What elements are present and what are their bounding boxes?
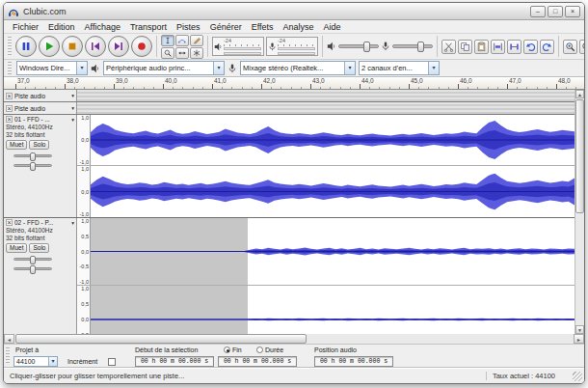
gain-slider[interactable]: [13, 258, 52, 261]
snap-to-checkbox[interactable]: [108, 358, 116, 366]
menu-pistes[interactable]: Pistes: [172, 22, 205, 32]
horizontal-scrollbar[interactable]: ◄ ►: [4, 334, 584, 345]
stop-button[interactable]: [62, 36, 83, 57]
input-meter[interactable]: -24: [266, 37, 318, 56]
chevron-down-icon[interactable]: ▾: [213, 62, 224, 74]
chevron-down-icon[interactable]: ▾: [428, 62, 439, 74]
track-menu-icon[interactable]: ▾: [71, 93, 74, 98]
track-title[interactable]: 01 - FFD - ...: [14, 116, 69, 123]
zoom-out-icon[interactable]: [579, 40, 584, 54]
pause-button[interactable]: [15, 36, 37, 57]
menu-edition[interactable]: Edition: [43, 22, 80, 32]
menu-fichier[interactable]: Fichier: [8, 22, 43, 32]
minimize-button[interactable]: –: [530, 6, 546, 17]
undo-icon[interactable]: [523, 40, 538, 54]
menu-effets[interactable]: Effets: [247, 22, 279, 32]
audio-host-select[interactable]: Windows Dire...▾: [16, 61, 88, 75]
waveform-right-channel[interactable]: [91, 166, 575, 217]
pan-slider[interactable]: [13, 267, 52, 270]
toolbar-grip[interactable]: [8, 62, 12, 74]
scroll-right-icon[interactable]: ►: [574, 334, 584, 344]
mute-button[interactable]: Muet: [6, 140, 27, 150]
mute-button[interactable]: Muet: [6, 243, 27, 253]
scroll-down-icon[interactable]: ▼: [575, 325, 584, 334]
output-device-select[interactable]: Périphérique audio princ...▾: [103, 61, 225, 75]
skip-to-end-button[interactable]: [108, 36, 129, 57]
solo-button[interactable]: Solo: [29, 140, 49, 150]
audio-position-field[interactable]: 00 h 00 m 00.000 s: [314, 356, 393, 367]
chevron-down-icon[interactable]: ▾: [76, 62, 87, 74]
selection-end-radio[interactable]: Fin: [224, 346, 242, 353]
selection-end-field[interactable]: 00 h 00 m 00.000 s: [218, 356, 297, 367]
project-rate-select[interactable]: 44100▾: [13, 356, 58, 367]
waveform-left-channel[interactable]: [91, 115, 575, 165]
redo-icon[interactable]: [540, 40, 554, 54]
menu-generer[interactable]: Générer: [205, 22, 247, 32]
vertical-scrollbar[interactable]: ▲ ▼: [575, 90, 584, 334]
solo-button[interactable]: Solo: [29, 243, 49, 253]
input-device-select[interactable]: Mixage stéréo (Realtek...▾: [240, 61, 356, 75]
zoom-tool-icon[interactable]: [161, 47, 174, 59]
close-button[interactable]: ×: [565, 6, 580, 17]
toolbar-grip[interactable]: [8, 37, 12, 56]
waveform-left-channel[interactable]: [91, 218, 575, 285]
skip-to-start-button[interactable]: [85, 36, 106, 57]
vertical-scroll-thumb[interactable]: [575, 99, 584, 213]
zoom-in-icon[interactable]: [563, 40, 577, 54]
menu-analyse[interactable]: Analyse: [279, 22, 319, 32]
collapsed-track-strip[interactable]: [77, 102, 575, 114]
vertical-scale-ruler[interactable]: 1,00,50,0-0,5-1,0: [77, 286, 91, 334]
track-menu-icon[interactable]: ▾: [71, 105, 74, 111]
trim-audio-icon[interactable]: [491, 40, 505, 54]
menu-transport[interactable]: Transport: [125, 22, 172, 32]
waveform-right-channel[interactable]: [91, 286, 575, 334]
vertical-scale-ruler[interactable]: 1,00,50,0-0,5-1,0: [77, 218, 91, 285]
multi-tool-icon[interactable]: [190, 47, 203, 59]
track-control-panel[interactable]: × Piste audio ▾: [4, 90, 77, 101]
paste-icon[interactable]: [474, 40, 489, 54]
collapsed-track-strip[interactable]: [77, 90, 575, 101]
menu-affichage[interactable]: Affichage: [80, 22, 125, 32]
time-shift-tool-icon[interactable]: [175, 47, 189, 59]
chevron-down-icon[interactable]: ▾: [48, 357, 57, 366]
scroll-up-icon[interactable]: ▲: [575, 90, 584, 98]
copy-icon[interactable]: [458, 40, 472, 54]
selection-length-radio[interactable]: Durée: [256, 346, 283, 353]
track-close-icon[interactable]: ×: [6, 93, 13, 99]
resize-grip[interactable]: [573, 372, 582, 381]
track-menu-icon[interactable]: ▾: [71, 117, 74, 123]
track-title[interactable]: Piste audio: [14, 93, 69, 99]
track-close-icon[interactable]: ×: [6, 105, 13, 112]
input-volume-slider[interactable]: [392, 44, 433, 48]
scroll-left-icon[interactable]: ◄: [4, 334, 14, 344]
track-title[interactable]: Piste audio: [14, 105, 69, 112]
selection-start-field[interactable]: 00 h 00 m 00.000 s: [135, 356, 214, 367]
track-close-icon[interactable]: ×: [6, 219, 13, 226]
toolbar-grip[interactable]: [6, 347, 10, 364]
maximize-button[interactable]: □: [548, 6, 563, 17]
silence-audio-icon[interactable]: [507, 40, 521, 54]
vertical-scale-ruler[interactable]: 1,00,0-1,0: [77, 166, 91, 217]
input-channels-select[interactable]: 2 canaux d'en...▾: [359, 61, 440, 75]
chevron-down-icon[interactable]: ▾: [344, 62, 355, 74]
pan-slider[interactable]: [13, 164, 52, 167]
track-menu-icon[interactable]: ▾: [71, 220, 74, 226]
toolbar-row-device: Windows Dire...▾ Périphérique audio prin…: [4, 60, 584, 77]
menu-aide[interactable]: Aide: [319, 22, 346, 32]
gain-slider[interactable]: [13, 154, 52, 157]
vertical-scale-ruler[interactable]: 1,00,0-1,0: [77, 115, 91, 165]
titlebar[interactable]: Clubic.com – □ ×: [4, 3, 584, 20]
track-close-icon[interactable]: ×: [6, 116, 13, 123]
cut-icon[interactable]: [441, 40, 456, 54]
envelope-tool-icon[interactable]: [175, 35, 189, 46]
timeline-ruler[interactable]: 37,038,039,040,041,042,043,044,045,046,0…: [4, 77, 584, 90]
output-meter[interactable]: -24: [212, 37, 264, 56]
play-button[interactable]: [39, 36, 60, 57]
track-title[interactable]: 02 - FFD - P...: [14, 219, 69, 226]
record-button[interactable]: [131, 36, 152, 57]
horizontal-scroll-thumb[interactable]: [15, 334, 307, 344]
selection-tool-icon[interactable]: [161, 35, 174, 46]
output-volume-slider[interactable]: [338, 44, 379, 48]
track-control-panel[interactable]: × Piste audio ▾: [4, 102, 77, 114]
draw-tool-icon[interactable]: [190, 35, 203, 46]
